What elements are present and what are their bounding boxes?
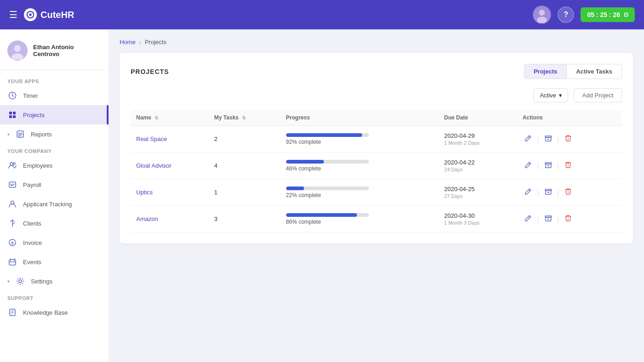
archive-button[interactable]	[543, 213, 554, 225]
table-row: Gloal Advisor 4 46% complete 2020-04-22 …	[131, 153, 622, 179]
action-divider-2: |	[558, 189, 559, 196]
edit-button[interactable]	[523, 159, 534, 172]
progress-label: 86% complete	[286, 219, 433, 225]
help-button[interactable]: ?	[558, 6, 574, 23]
project-actions-cell: | |	[517, 206, 622, 232]
settings-icon	[15, 276, 25, 286]
col-my-tasks: My Tasks ⇅	[209, 110, 281, 126]
archive-button[interactable]	[543, 186, 554, 198]
table-row: Amazon 3 86% complete 2020-04-30 1 Month…	[131, 206, 622, 232]
projects-table: Name ⇅ My Tasks ⇅ Progress Due Date Acti…	[131, 110, 622, 232]
progress-bar-track	[286, 187, 369, 190]
col-actions: Actions	[517, 110, 622, 126]
project-name-link[interactable]: Real Space	[136, 136, 167, 142]
col-due-date: Due Date	[439, 110, 517, 126]
svg-point-3	[539, 10, 545, 16]
sidebar-item-timer[interactable]: Timer	[0, 86, 109, 105]
progress-bar-fill	[286, 160, 324, 164]
svg-rect-21	[9, 182, 16, 187]
sidebar-name-line1: Ethan Antonio	[33, 44, 74, 51]
col-progress: Progress	[281, 110, 439, 126]
delete-icon	[564, 135, 572, 142]
tasks-sort-icon[interactable]: ⇅	[242, 115, 246, 120]
timer-button[interactable]: 05 : 25 : 26 ⊡	[581, 7, 635, 22]
clients-icon	[7, 218, 17, 228]
your-apps-label: Your Apps	[0, 74, 109, 86]
project-name-cell: Amazon	[131, 206, 209, 232]
sidebar-item-knowledge-base[interactable]: Knowledge Base	[0, 303, 109, 322]
progress-label: 92% complete	[286, 139, 433, 145]
sidebar-user: Ethan Antonio Centrovo	[0, 37, 109, 70]
archive-icon	[545, 215, 552, 222]
projects-title: PROJECTS	[131, 68, 169, 75]
sidebar-item-employees[interactable]: Employees	[0, 156, 109, 175]
project-name-link[interactable]: Gloal Advisor	[136, 162, 172, 169]
sidebar-item-applicant-tracking[interactable]: Applicant Tracking	[0, 194, 109, 214]
project-name-link[interactable]: Uptics	[136, 189, 153, 196]
progress-bar-fill	[286, 213, 357, 217]
edit-button[interactable]	[523, 186, 534, 198]
project-progress-cell: 46% complete	[281, 153, 439, 179]
breadcrumb-separator: ›	[139, 39, 141, 45]
project-due-date-cell: 2020-04-25 27 Days	[439, 179, 517, 206]
project-name-cell: Real Space	[131, 126, 209, 153]
edit-button[interactable]	[523, 133, 534, 145]
edit-button[interactable]	[523, 213, 534, 225]
progress-bar-track	[286, 133, 369, 137]
sidebar-item-events[interactable]: Events	[0, 252, 109, 272]
sidebar-item-reports[interactable]: ▾ Reports	[0, 124, 109, 144]
delete-button[interactable]	[563, 133, 574, 145]
add-project-button[interactable]: Add Project	[574, 88, 622, 102]
svg-rect-30	[9, 260, 16, 265]
logo-icon	[24, 8, 37, 21]
svg-point-34	[19, 280, 22, 283]
svg-point-6	[14, 45, 21, 52]
action-divider: |	[537, 162, 539, 170]
tab-projects[interactable]: Projects	[524, 64, 566, 79]
due-subtext: 1 Month 2 Days	[444, 140, 512, 146]
tab-active-tasks[interactable]: Active Tasks	[567, 64, 621, 79]
sidebar-name-line2: Centrovo	[33, 51, 74, 57]
archive-button[interactable]	[543, 159, 554, 172]
sidebar-employees-label: Employees	[23, 162, 101, 169]
actions-cell: | |	[523, 133, 616, 145]
svg-rect-11	[9, 112, 12, 114]
projects-header: PROJECTS Projects Active Tasks	[131, 64, 622, 79]
svg-rect-13	[9, 115, 12, 118]
delete-button[interactable]	[563, 186, 574, 198]
progress-label: 22% complete	[286, 192, 433, 198]
status-dropdown[interactable]: Active ▾	[534, 88, 568, 102]
breadcrumb-home[interactable]: Home	[120, 39, 136, 45]
settings-chevron: ▾	[7, 279, 10, 284]
project-name-link[interactable]: Amazon	[136, 215, 158, 222]
project-tasks-cell: 1	[209, 179, 281, 206]
due-subtext: 1 Month 3 Days	[444, 220, 512, 226]
applicant-icon	[7, 199, 17, 209]
svg-point-19	[10, 163, 13, 165]
project-progress-cell: 22% complete	[281, 179, 439, 206]
sidebar-item-projects[interactable]: Projects	[0, 105, 109, 124]
delete-icon	[564, 188, 572, 195]
edit-icon	[524, 135, 532, 142]
events-icon	[7, 257, 17, 267]
sidebar-item-invoice[interactable]: $ Invoice	[0, 233, 109, 252]
project-actions-cell: | |	[517, 153, 622, 179]
name-sort-icon[interactable]: ⇅	[155, 115, 158, 120]
delete-icon	[564, 215, 572, 222]
progress-bar-fill	[286, 133, 362, 137]
delete-button[interactable]	[563, 213, 574, 225]
project-actions-cell: | |	[517, 179, 622, 206]
delete-button[interactable]	[563, 159, 574, 172]
user-avatar[interactable]	[533, 6, 551, 24]
sidebar-knowledge-label: Knowledge Base	[23, 309, 101, 316]
sidebar-item-payroll[interactable]: Payroll	[0, 175, 109, 194]
progress-bar-container: 46% complete	[286, 160, 433, 172]
due-date: 2020-04-22	[444, 159, 512, 166]
hamburger-icon[interactable]: ☰	[9, 9, 17, 20]
due-date: 2020-04-25	[444, 186, 512, 192]
svg-line-10	[12, 96, 14, 96]
sidebar-item-settings[interactable]: ▾ Settings	[0, 272, 109, 291]
status-value: Active	[540, 92, 556, 99]
archive-button[interactable]	[543, 133, 554, 145]
sidebar-item-clients[interactable]: Clients	[0, 214, 109, 233]
